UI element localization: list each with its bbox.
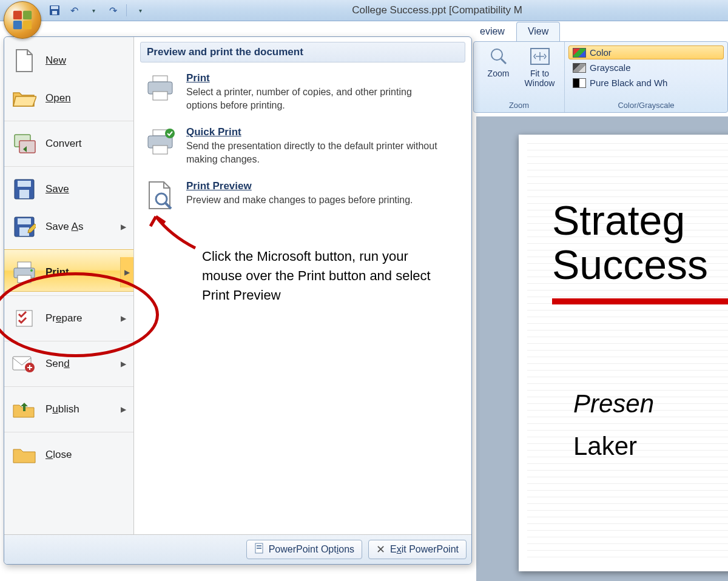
color-option-color[interactable]: Color bbox=[568, 45, 724, 59]
color-option-grayscale[interactable]: Grayscale bbox=[568, 61, 724, 75]
svg-rect-34 bbox=[23, 11, 32, 19]
tab-view[interactable]: View bbox=[516, 22, 560, 42]
submenu-arrow-icon: ▶ bbox=[121, 405, 126, 414]
office-menu: New Open Convert Save bbox=[4, 36, 472, 565]
annotation-text: Click the Microsoft button, run your mou… bbox=[202, 247, 433, 305]
new-icon bbox=[12, 48, 37, 73]
submenu-print-preview[interactable]: Print Preview Preview and make changes t… bbox=[140, 176, 465, 223]
separator bbox=[126, 4, 127, 16]
svg-rect-12 bbox=[18, 218, 31, 224]
prepare-icon bbox=[12, 306, 37, 331]
submenu-print[interactable]: Print Select a printer, number of copies… bbox=[140, 69, 465, 123]
print-preview-icon bbox=[143, 180, 178, 212]
menu-prepare[interactable]: Prepare ▶ bbox=[4, 295, 133, 337]
submenu-quick-title: Quick Print bbox=[186, 126, 441, 138]
color-option-bw[interactable]: Pure Black and Wh bbox=[568, 76, 724, 90]
quick-print-icon bbox=[143, 126, 178, 158]
dropdown-icon[interactable]: ▾ bbox=[87, 4, 99, 16]
menu-save[interactable]: Save bbox=[4, 166, 133, 208]
printer-icon bbox=[143, 72, 178, 104]
svg-rect-36 bbox=[23, 21, 32, 29]
submenu-arrow-icon: ▶ bbox=[121, 223, 126, 231]
powerpoint-options-button[interactable]: PowerPoint Options bbox=[246, 540, 362, 559]
menu-open[interactable]: Open bbox=[4, 79, 133, 117]
submenu-header: Preview and print the document bbox=[140, 42, 465, 62]
svg-rect-35 bbox=[13, 21, 22, 29]
submenu-arrow-icon: ▶ bbox=[120, 257, 133, 287]
group-zoom: Zoom Fit to Window Zoom bbox=[474, 42, 565, 112]
menu-close-label: Close bbox=[46, 449, 126, 461]
menu-save-as[interactable]: Save As ▶ bbox=[4, 208, 133, 246]
save-as-icon bbox=[12, 214, 37, 240]
magnifier-icon bbox=[479, 44, 518, 69]
tab-review[interactable]: eview bbox=[476, 22, 516, 42]
office-menu-footer: PowerPoint Options ✕ Exit PowerPoint bbox=[4, 534, 471, 564]
zoom-button[interactable]: Zoom bbox=[479, 44, 518, 78]
svg-rect-33 bbox=[13, 11, 22, 19]
menu-publish[interactable]: Publish ▶ bbox=[4, 386, 133, 428]
submenu-arrow-icon: ▶ bbox=[121, 360, 126, 368]
save-disk-icon bbox=[12, 176, 37, 202]
submenu-preview-desc: Preview and make changes to pages before… bbox=[186, 193, 413, 207]
color-label: Color bbox=[590, 47, 612, 58]
title-underline bbox=[552, 298, 728, 304]
svg-point-17 bbox=[30, 269, 33, 272]
close-folder-icon bbox=[12, 442, 37, 468]
menu-new[interactable]: New bbox=[4, 42, 133, 79]
group-color: Color Grayscale Pure Black and Wh Color/… bbox=[565, 42, 727, 112]
submenu-preview-title: Print Preview bbox=[186, 180, 413, 192]
exit-powerpoint-button[interactable]: ✕ Exit PowerPoint bbox=[368, 540, 467, 559]
menu-save-as-label: Save As bbox=[46, 221, 112, 233]
convert-icon bbox=[12, 131, 37, 156]
office-menu-left: New Open Convert Save bbox=[4, 37, 134, 534]
svg-rect-13 bbox=[19, 227, 29, 236]
svg-rect-9 bbox=[18, 181, 31, 187]
svg-rect-31 bbox=[257, 545, 261, 546]
close-icon: ✕ bbox=[376, 543, 385, 556]
svg-rect-26 bbox=[153, 146, 167, 154]
send-icon bbox=[12, 351, 37, 377]
slide-page[interactable]: StrategSuccess Presen Laker bbox=[519, 135, 728, 571]
submenu-quick-print[interactable]: Quick Print Send the presentation direct… bbox=[140, 123, 465, 176]
office-button[interactable] bbox=[4, 1, 41, 39]
menu-close[interactable]: Close bbox=[4, 432, 133, 474]
redo-icon[interactable]: ↷ bbox=[107, 4, 119, 16]
qat-more-icon[interactable]: ▾ bbox=[134, 4, 146, 16]
menu-prepare-label: Prepare bbox=[46, 312, 112, 324]
svg-rect-21 bbox=[153, 76, 167, 82]
publish-icon bbox=[12, 397, 37, 422]
menu-open-label: Open bbox=[46, 92, 126, 104]
exit-label: Exit PowerPoint bbox=[390, 544, 459, 555]
grayscale-swatch-icon bbox=[573, 63, 586, 73]
options-icon bbox=[254, 543, 264, 556]
color-swatch-icon bbox=[573, 48, 586, 58]
submenu-quick-desc: Send the presentation directly to the de… bbox=[186, 139, 441, 166]
menu-print-label: Print bbox=[46, 266, 112, 278]
menu-convert[interactable]: Convert bbox=[4, 121, 133, 163]
menu-save-label: Save bbox=[46, 183, 126, 195]
menu-send-label: Send bbox=[46, 358, 112, 370]
svg-rect-1 bbox=[51, 6, 58, 9]
window-title: College Success.ppt [Compatibility M bbox=[146, 4, 728, 16]
fit-to-window-button[interactable]: Fit to Window bbox=[521, 44, 559, 88]
fit-label-2: Window bbox=[521, 78, 559, 88]
svg-rect-14 bbox=[18, 262, 31, 268]
menu-send[interactable]: Send ▶ bbox=[4, 341, 133, 383]
grayscale-label: Grayscale bbox=[590, 62, 631, 73]
save-icon[interactable] bbox=[49, 4, 61, 16]
zoom-label: Zoom bbox=[479, 69, 518, 78]
open-icon bbox=[12, 86, 37, 111]
svg-rect-7 bbox=[19, 141, 35, 153]
fit-window-icon bbox=[521, 44, 559, 69]
svg-point-3 bbox=[491, 49, 502, 60]
undo-icon[interactable]: ↶ bbox=[68, 4, 80, 16]
print-icon bbox=[12, 260, 37, 285]
title-bar: ↶ ▾ ↷ ▾ College Success.ppt [Compatibili… bbox=[0, 0, 728, 21]
ribbon-tabs: eview View bbox=[476, 22, 560, 42]
menu-print[interactable]: Print ▶ bbox=[4, 249, 133, 292]
office-logo-icon bbox=[11, 8, 34, 32]
svg-rect-2 bbox=[52, 11, 57, 15]
quick-access-toolbar: ↶ ▾ ↷ ▾ bbox=[49, 4, 146, 16]
svg-line-4 bbox=[501, 59, 506, 64]
svg-point-27 bbox=[165, 129, 175, 138]
